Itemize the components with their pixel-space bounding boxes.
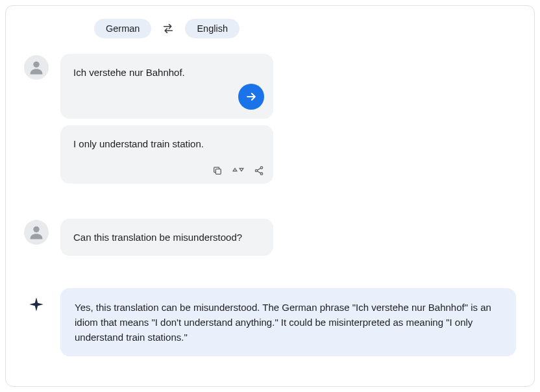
translation-actions (212, 165, 264, 176)
translation-row: Ich verstehe nur Bahnhof. I only underst… (24, 54, 516, 184)
user-question-text: Can this translation be misunderstood? (73, 232, 242, 243)
target-language-chip[interactable]: English (185, 19, 239, 38)
language-bar: German English (94, 19, 516, 38)
translation-text: I only understand train station. (73, 138, 204, 149)
svg-point-4 (260, 173, 262, 175)
source-text-bubble: Ich verstehe nur Bahnhof. (60, 54, 273, 119)
svg-point-2 (260, 166, 262, 168)
feedback-icon[interactable] (232, 166, 245, 175)
sparkle-icon (24, 292, 49, 317)
user-avatar (24, 55, 49, 80)
ai-response-bubble: Yes, this translation can be misundersto… (60, 288, 516, 357)
svg-point-0 (33, 62, 39, 67)
copy-icon[interactable] (212, 165, 223, 176)
source-text: Ich verstehe nur Bahnhof. (73, 67, 185, 78)
ai-response-row: Yes, this translation can be misundersto… (24, 288, 516, 357)
user-avatar (24, 220, 49, 245)
translate-chat-panel: German English Ich verstehe nur Bahnhof. (5, 5, 535, 387)
share-icon[interactable] (254, 165, 264, 176)
translation-bubbles: Ich verstehe nur Bahnhof. I only underst… (60, 54, 273, 184)
source-language-chip[interactable]: German (94, 19, 151, 38)
swap-languages-icon[interactable] (160, 21, 176, 36)
translation-bubble: I only understand train station. (60, 125, 273, 184)
user-question-bubble: Can this translation be misunderstood? (60, 219, 273, 256)
ai-response-text: Yes, this translation can be misundersto… (75, 302, 491, 343)
svg-rect-1 (215, 169, 221, 174)
translate-submit-button[interactable] (238, 84, 264, 110)
question-row: Can this translation be misunderstood? (24, 219, 516, 256)
svg-point-5 (33, 226, 39, 232)
svg-point-3 (255, 169, 257, 171)
